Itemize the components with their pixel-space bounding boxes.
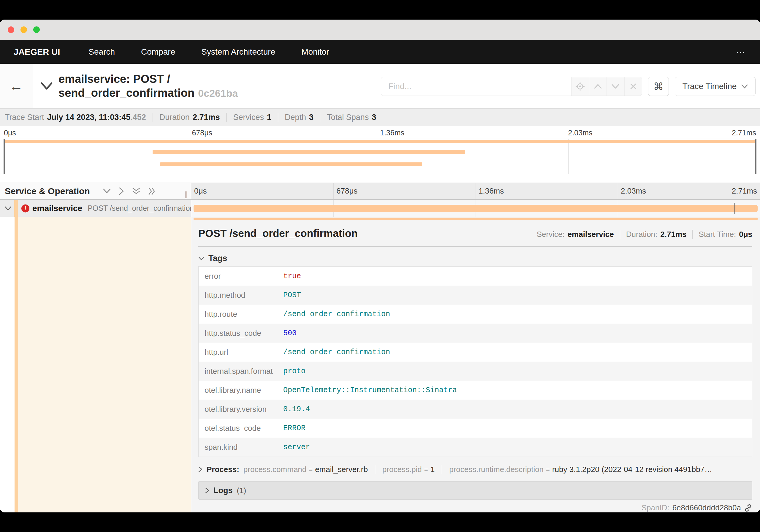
log-event-marker[interactable]: [735, 203, 736, 214]
find-icon-group: [571, 77, 642, 96]
find-input[interactable]: [381, 77, 571, 96]
tag-row[interactable]: error true: [199, 266, 752, 286]
collapse-trace-chevron-down-icon[interactable]: [41, 82, 53, 90]
span-row-timeline[interactable]: [191, 200, 760, 217]
tag-value: proto: [283, 367, 306, 375]
command-icon: ⌘: [653, 80, 664, 92]
tags-table: error true http.method POST http.route /…: [198, 266, 752, 457]
jaeger-logo[interactable]: JAEGER UI: [14, 47, 60, 57]
span-duration-bar[interactable]: [194, 205, 758, 212]
tag-key: http.route: [199, 310, 283, 319]
tag-row[interactable]: http.method POST: [199, 286, 752, 305]
minimize-window-button[interactable]: [21, 26, 27, 33]
back-column[interactable]: ←: [0, 64, 33, 108]
tag-key: otel.library.version: [199, 405, 283, 414]
equals-sign: =: [309, 466, 312, 474]
process-key: process.pid: [382, 465, 422, 474]
meta-label: Service:: [537, 230, 565, 239]
page-title: emailservice: POST / send_order_confirma…: [59, 72, 238, 100]
trace-title-line1: emailservice: POST /: [59, 73, 170, 85]
zoom-window-button[interactable]: [33, 26, 40, 33]
axis-gridline: [476, 183, 476, 199]
detail-divider: [198, 246, 752, 247]
span-operation-name: POST /send_order_confirmation: [88, 204, 191, 213]
tag-row[interactable]: http.route /send_order_confirmation: [199, 305, 752, 323]
tag-value: true: [283, 272, 301, 280]
tick-label: 0μs: [194, 186, 207, 196]
tag-value: ERROR: [283, 424, 306, 433]
tick-label: 2.71ms: [732, 128, 756, 137]
span-row-name-column[interactable]: ! emailservice POST /send_order_confirma…: [0, 200, 191, 217]
prev-result-chevron-up-icon[interactable]: [589, 77, 607, 96]
detail-header: POST /send_order_confirmation Service: e…: [198, 227, 752, 242]
link-icon[interactable]: [744, 504, 752, 512]
clear-find-close-icon[interactable]: [624, 77, 642, 96]
tag-key: http.url: [199, 348, 283, 357]
trace-view-selector[interactable]: Trace Timeline: [675, 77, 756, 96]
tag-value: POST: [283, 291, 301, 300]
detail-operation-title: POST /send_order_confirmation: [198, 227, 358, 239]
keyboard-shortcuts-button[interactable]: ⌘: [648, 77, 669, 96]
macos-titlebar: [0, 20, 760, 40]
logs-section-title: Logs: [214, 486, 233, 495]
trace-title-line2: send_order_confirmation: [59, 87, 194, 99]
span-children-chevron-down-icon[interactable]: [5, 206, 11, 211]
summary-services: Services 1: [226, 113, 271, 122]
trace-summary-bar: Trace Start July 14 2023, 11:03:45 .452 …: [0, 108, 760, 126]
back-arrow-icon[interactable]: ←: [10, 79, 23, 93]
span-id-label: SpanID:: [641, 503, 669, 512]
minimap-canvas[interactable]: [4, 139, 756, 174]
tag-row[interactable]: otel.status_code ERROR: [199, 418, 752, 438]
nav-item-compare[interactable]: Compare: [141, 47, 175, 57]
minimap-gridline: [192, 139, 192, 174]
process-section-toggle[interactable]: Process: process.command = email_server.…: [198, 464, 752, 475]
collapse-all-double-chevron-down-icon[interactable]: [132, 188, 140, 195]
tag-row[interactable]: http.status_code 500: [199, 323, 752, 343]
summary-value: 3: [309, 113, 313, 122]
process-value: email_server.rb: [315, 465, 368, 474]
summary-label: Duration: [160, 113, 190, 122]
tag-row[interactable]: http.url /send_order_confirmation: [199, 343, 752, 362]
tag-value: /send_order_confirmation: [283, 310, 390, 318]
close-window-button[interactable]: [8, 26, 14, 33]
expand-all-double-chevron-right-icon[interactable]: [148, 187, 156, 195]
minimap-left-scrubber-handle[interactable]: [4, 139, 5, 174]
tick-label: 1.36ms: [479, 186, 504, 196]
meta-label: Duration:: [626, 230, 658, 239]
summary-depth: Depth 3: [278, 113, 313, 122]
meta-start-time: Start Time: 0μs: [692, 230, 752, 239]
span-id-row: SpanID: 6e8d660dddd28b0a: [198, 503, 752, 512]
tag-row[interactable]: otel.library.name OpenTelemetry::Instrum…: [199, 381, 752, 400]
nav-item-search[interactable]: Search: [88, 47, 115, 57]
nav-item-monitor[interactable]: Monitor: [301, 47, 329, 57]
overflow-menu-icon[interactable]: ⋯: [736, 47, 746, 57]
focus-match-icon[interactable]: [571, 77, 589, 96]
nav-item-system-architecture[interactable]: System Architecture: [201, 47, 275, 57]
tag-key: http.method: [199, 291, 283, 300]
tick-label: 1.36ms: [380, 128, 404, 137]
meta-label: Start Time:: [698, 230, 736, 239]
service-color-strip: [15, 217, 18, 512]
process-value: 1: [430, 465, 435, 474]
minimap-right-scrubber-handle[interactable]: [755, 139, 756, 174]
tag-row[interactable]: internal.span.format proto: [199, 362, 752, 381]
tag-value: /send_order_confirmation: [283, 348, 390, 357]
tags-section-toggle[interactable]: Tags: [198, 253, 752, 263]
logs-section-toggle[interactable]: Logs (1): [198, 481, 752, 500]
trace-title-wrap: emailservice: POST / send_order_confirma…: [33, 64, 238, 108]
collapse-all-chevron-down-icon[interactable]: [103, 188, 111, 194]
span-row-emailservice[interactable]: ! emailservice POST /send_order_confirma…: [0, 200, 760, 217]
meta-value: emailservice: [568, 230, 614, 239]
summary-trace-start: Trace Start July 14 2023, 11:03:45 .452: [5, 113, 146, 122]
next-result-chevron-down-icon[interactable]: [606, 77, 624, 96]
tag-row[interactable]: span.kind server: [199, 438, 752, 457]
column-resizer-handle[interactable]: ∥: [184, 190, 188, 199]
tick-label: 678μs: [192, 128, 213, 137]
error-icon: !: [22, 204, 29, 212]
expand-one-chevron-right-icon[interactable]: [119, 187, 124, 195]
tag-row[interactable]: otel.library.version 0.19.4: [199, 400, 752, 418]
tag-key: internal.span.format: [199, 367, 283, 376]
summary-label: Services: [233, 113, 264, 122]
summary-total-spans: Total Spans 3: [320, 113, 376, 122]
tag-key: http.status_code: [199, 329, 283, 338]
